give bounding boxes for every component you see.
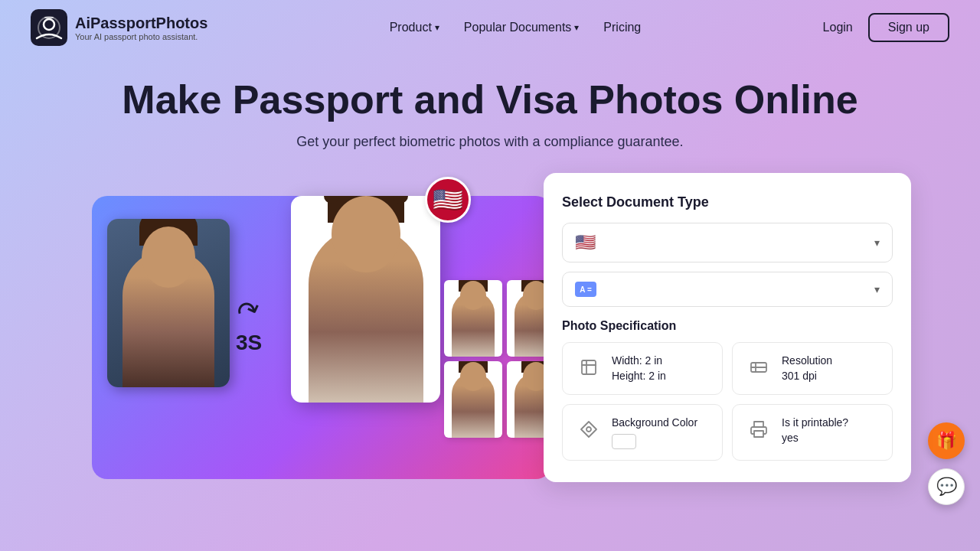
country-select-wrapper: 🇺🇸 ▾ — [562, 223, 893, 262]
main-content: ↷ 3S 🇺🇸 — [0, 150, 980, 482]
logo-title: AiPassportPhotos — [75, 15, 207, 32]
logo-text: AiPassportPhotos Your AI passport photo … — [75, 15, 207, 41]
head — [142, 227, 195, 288]
gift-button[interactable]: 🎁 — [928, 422, 965, 459]
grid-photo-1 — [444, 280, 502, 357]
photo-demo-area: ↷ 3S 🇺🇸 — [69, 173, 559, 479]
arrow-icon: ↷ — [233, 292, 266, 331]
svg-rect-3 — [44, 17, 54, 18]
original-photo — [107, 219, 230, 387]
header: AiPassportPhotos Your AI passport photo … — [0, 0, 980, 55]
bgcolor-label: Background Color — [612, 416, 697, 431]
login-button[interactable]: Login — [823, 21, 853, 34]
dimensions-icon — [575, 354, 603, 381]
mini-head-1 — [460, 281, 486, 310]
mini-head-3 — [460, 362, 486, 391]
doctype-select-value: A = — [575, 282, 596, 297]
doctype-select-wrapper: A = ▾ — [562, 272, 893, 307]
chevron-down-icon: ▾ — [874, 283, 880, 295]
svg-point-10 — [586, 427, 591, 432]
hero-subtitle: Get your perfect biometric photos with a… — [15, 134, 965, 150]
mini-person-3 — [452, 373, 495, 438]
spec-dimensions: Width: 2 in Height: 2 in — [562, 342, 723, 395]
hero-section: Make Passport and Visa Photos Online Get… — [0, 55, 980, 150]
signup-button[interactable]: Sign up — [868, 13, 949, 42]
resolution-icon — [745, 354, 773, 381]
logo-subtitle: Your AI passport photo assistant. — [75, 32, 207, 41]
chevron-down-icon: ▾ — [874, 236, 880, 249]
logo-icon — [31, 9, 67, 46]
printable-label: Is it printable? yes — [782, 416, 848, 445]
dimensions-content: Width: 2 in Height: 2 in — [612, 354, 666, 383]
svg-rect-11 — [754, 431, 763, 437]
country-select-value: 🇺🇸 — [575, 233, 596, 253]
bgcolor-content: Background Color — [612, 416, 697, 449]
person-silhouette — [122, 249, 214, 387]
printable-icon — [745, 416, 773, 443]
spec-title: Photo Specification — [562, 319, 893, 333]
country-flag-badge: 🇺🇸 — [425, 177, 471, 223]
spec-grid: Width: 2 in Height: 2 in Resolution — [562, 342, 893, 461]
grid-photo-3 — [444, 361, 502, 438]
dimensions-label: Width: 2 in Height: 2 in — [612, 354, 666, 383]
chat-button[interactable]: 💬 — [928, 468, 965, 505]
timer-label: 3S — [236, 331, 262, 355]
svg-rect-4 — [582, 360, 596, 374]
nav-actions: Login Sign up — [823, 13, 949, 42]
bgcolor-icon — [575, 416, 603, 443]
result-head — [332, 196, 400, 272]
processing-indicator: ↷ 3S — [236, 295, 262, 355]
result-photo-main — [291, 196, 440, 403]
hair-side-right — [393, 196, 408, 204]
hero-title: Make Passport and Visa Photos Online — [15, 78, 965, 122]
resolution-content: Resolution 301 dpi — [782, 354, 832, 383]
svg-rect-0 — [31, 9, 67, 46]
nav-popular-documents[interactable]: Popular Documents ▾ — [464, 21, 580, 34]
chevron-down-icon: ▾ — [574, 22, 579, 33]
country-flag-emoji: 🇺🇸 — [575, 233, 596, 253]
spec-bgcolor: Background Color — [562, 404, 723, 461]
doctype-select[interactable]: A = ▾ — [562, 272, 893, 307]
nav-product[interactable]: Product ▾ — [390, 21, 439, 34]
chevron-down-icon: ▾ — [435, 22, 439, 33]
printable-content: Is it printable? yes — [782, 416, 848, 445]
panel-title: Select Document Type — [562, 194, 893, 210]
color-swatch — [612, 434, 636, 449]
main-nav: Product ▾ Popular Documents ▾ Pricing — [390, 21, 642, 34]
spec-resolution: Resolution 301 dpi — [732, 342, 893, 395]
result-person — [309, 227, 423, 403]
resolution-label: Resolution 301 dpi — [782, 354, 832, 383]
mini-person-1 — [452, 292, 495, 357]
hair-side-left — [324, 196, 339, 204]
doc-type-icon: A = — [575, 282, 596, 297]
document-panel: Select Document Type 🇺🇸 ▾ A = ▾ — [544, 173, 911, 482]
country-select[interactable]: 🇺🇸 ▾ — [562, 223, 893, 262]
logo: AiPassportPhotos Your AI passport photo … — [31, 9, 207, 46]
nav-pricing[interactable]: Pricing — [603, 21, 641, 34]
spec-printable: Is it printable? yes — [732, 404, 893, 461]
